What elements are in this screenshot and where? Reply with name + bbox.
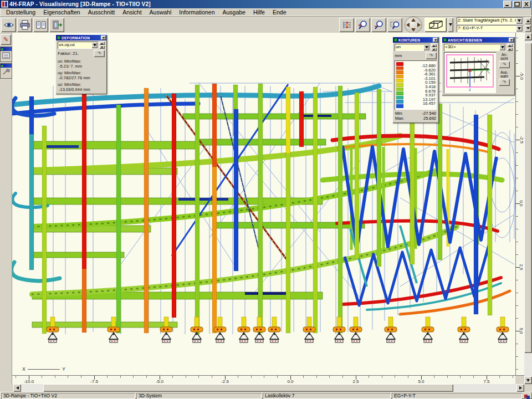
print-button[interactable] — [17, 18, 32, 32]
loadcase-spinner[interactable] — [525, 18, 531, 32]
spin-down-button[interactable] — [525, 25, 531, 32]
edit-pencil-button[interactable]: ✎ — [1, 34, 11, 45]
axis-x-label: X — [22, 366, 25, 372]
result-combobox[interactable]: 2: Stahl Tragfähigkeit (Th. 2. O — [457, 17, 523, 24]
redraw-button[interactable]: ↷ — [94, 50, 105, 57]
legend-swatch — [396, 100, 403, 104]
loadcase-combobox[interactable]: 7: EG+P-Y-T — [457, 25, 523, 32]
menu-item[interactable]: Ansicht — [119, 9, 145, 16]
redraw-button[interactable]: ↷ — [426, 52, 437, 59]
ruler-corner — [515, 375, 524, 384]
min-value: -27.540 — [422, 111, 436, 116]
menu-item[interactable]: Eigenschaften — [39, 9, 84, 16]
konturen-combobox[interactable]: un — [395, 44, 430, 51]
zoom-window-button[interactable] — [387, 18, 402, 32]
deformation-dropdown-button[interactable] — [91, 42, 98, 48]
scroll-up-button[interactable] — [524, 33, 532, 40]
view-spinner[interactable] — [507, 44, 513, 51]
perspective-dropdown-button[interactable] — [448, 18, 453, 32]
panel-icon — [1, 65, 3, 67]
spin-down-button[interactable] — [99, 45, 105, 49]
spin-up-button[interactable] — [507, 44, 513, 47]
menu-item[interactable]: Ausschnitt — [84, 9, 119, 16]
konturen-panel-header[interactable]: KONTUREN — [393, 37, 438, 43]
spin-down-button[interactable] — [507, 48, 513, 51]
result-value: -0.782/27.76 mm — [58, 75, 105, 80]
apply-view-button[interactable]: ↷ — [499, 61, 510, 68]
spin-down-button[interactable] — [431, 48, 437, 51]
konturen-spinner[interactable] — [431, 44, 437, 51]
chevron-down-icon — [449, 23, 452, 26]
documentation-button[interactable] — [33, 18, 48, 32]
menu-item[interactable]: Auswahl — [146, 9, 176, 16]
title-bar: 4H-FRAP - Visualisierung [3D-Rampe - TIO… — [0, 0, 532, 8]
view-eye-button[interactable] — [1, 18, 16, 32]
deformation-combobox[interactable]: ux,uy,uz — [58, 42, 98, 49]
close-button[interactable] — [522, 1, 531, 8]
menu-item[interactable]: Informationen — [175, 9, 218, 16]
ansicht-panel-header[interactable]: ANSICHT/EBENEN — [442, 37, 514, 43]
min-label: Min: — [395, 111, 403, 116]
legend-swatch — [396, 96, 403, 100]
deformation-spinner[interactable] — [99, 42, 105, 49]
panel-icon — [443, 38, 447, 42]
view-dropdown-button[interactable] — [499, 44, 505, 50]
legend-swatch — [396, 75, 403, 79]
axis-indicator: XY — [22, 366, 65, 372]
hscroll-track[interactable] — [21, 384, 516, 392]
mini-panel-numeric[interactable] — [1, 47, 12, 62]
panel-collapse-button[interactable] — [509, 38, 514, 42]
menu-item[interactable]: Ende — [269, 9, 290, 16]
vertical-scrollbar[interactable] — [524, 33, 532, 384]
scroll-left-button[interactable] — [13, 384, 21, 392]
menu-item[interactable]: Hilfe — [249, 9, 269, 16]
zoom-out-button[interactable] — [371, 18, 386, 32]
vertical-ruler: -5.0-2.50.02.55.0 — [515, 33, 524, 375]
result-dropdown-button[interactable] — [516, 18, 523, 24]
zoom-in-button[interactable] — [355, 18, 370, 32]
status-app-icon — [523, 393, 531, 399]
minimize-button[interactable] — [503, 1, 512, 8]
max-value: 25.692 — [423, 116, 436, 121]
view-preview-thumbnail[interactable]: z — [444, 52, 496, 93]
view-combobox-value: <3D> — [444, 44, 499, 51]
ansicht-button-label: An- sicht — [500, 53, 508, 60]
loadcase-dropdown-button[interactable] — [516, 25, 523, 32]
apply-selection-button[interactable]: ↷ — [499, 79, 510, 86]
spin-up-button[interactable] — [431, 44, 437, 47]
3d-viewport[interactable]: XY DEFORMATION ux,uy,uz — [12, 33, 515, 375]
vscroll-thumb[interactable] — [524, 43, 532, 353]
max-label: Max: — [395, 116, 404, 121]
perspective-view-button[interactable] — [424, 18, 447, 32]
vscroll-track[interactable] — [524, 40, 532, 376]
scroll-down-button[interactable] — [524, 376, 532, 384]
konturen-dropdown-button[interactable] — [423, 44, 429, 50]
menu-item[interactable]: Ausgabe — [219, 9, 249, 16]
display-options-button[interactable] — [339, 18, 354, 32]
deformation-panel-header[interactable]: DEFORMATION — [56, 35, 106, 40]
pan-control[interactable] — [405, 17, 422, 33]
scroll-right-button[interactable] — [516, 384, 524, 392]
panel-title: KONTUREN — [398, 38, 433, 42]
window-title: 4H-FRAP - Visualisierung [3D-Rampe - TIO… — [9, 1, 503, 7]
horizontal-scrollbar[interactable] — [0, 384, 532, 392]
panel-title: DEFORMATION — [62, 36, 101, 40]
ruler-label: 5.0 — [418, 379, 424, 384]
panel-collapse-button[interactable] — [433, 38, 438, 42]
view-combobox[interactable]: <3D> — [444, 44, 506, 51]
legend-min-row: Min: -27.540 — [395, 111, 437, 116]
exit-button[interactable] — [49, 18, 64, 32]
spin-up-button[interactable] — [99, 42, 105, 45]
panel-collapse-button[interactable] — [101, 35, 106, 40]
mini-panel-tools[interactable] — [1, 64, 12, 78]
ruler-label: 2.5 — [519, 264, 524, 270]
chevron-down-icon — [433, 49, 435, 50]
chevron-down-icon — [518, 27, 521, 30]
hscroll-thumb[interactable] — [43, 384, 453, 392]
chevron-up-icon — [509, 45, 511, 47]
chevron-up-icon — [101, 43, 103, 44]
spin-up-button[interactable] — [525, 18, 531, 25]
redraw-icon: ↷ — [429, 53, 433, 58]
menu-item[interactable]: Darstellung — [2, 9, 39, 16]
maximize-button[interactable] — [513, 1, 521, 8]
